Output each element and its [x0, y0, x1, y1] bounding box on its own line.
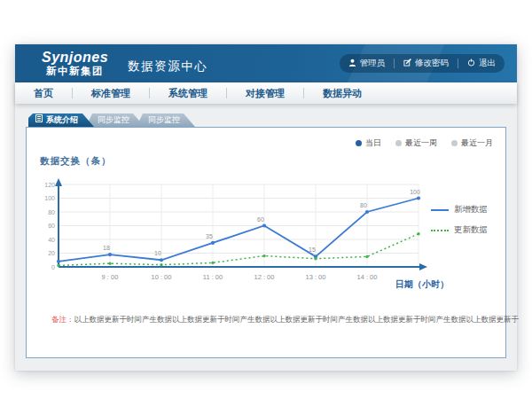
nav-item-standard-mgmt[interactable]: 标准管理	[73, 87, 149, 100]
logout-label: 退出	[479, 58, 496, 69]
user-menu-button[interactable]: 管理员	[340, 58, 395, 69]
logo-text-en: Synjones	[42, 50, 108, 66]
range-option-last-month[interactable]: 最近一月	[451, 137, 493, 149]
svg-text:14 : 00: 14 : 00	[357, 273, 378, 281]
page-title: 数据资源中心	[128, 59, 207, 74]
legend-item-update-data: 更新数据	[431, 224, 488, 236]
main-nav: 首页 标准管理 系统管理 对接管理 数据异动	[15, 82, 517, 104]
content-area: 系统介绍 同步监控 同步监控 当日 最近一周	[15, 104, 517, 358]
svg-text:100: 100	[44, 195, 55, 201]
svg-text:60: 60	[48, 223, 55, 229]
company-logo: Synjones 新中新集团	[42, 50, 108, 78]
document-icon	[35, 113, 43, 127]
radio-dot-icon	[356, 140, 362, 146]
radio-dot-icon	[395, 140, 402, 146]
tab-sync-monitor-1[interactable]: 同步监控	[86, 113, 145, 127]
tab-label: 同步监控	[148, 115, 180, 124]
user-name-label: 管理员	[360, 58, 386, 69]
logout-button[interactable]: 退出	[458, 58, 505, 69]
svg-text:35: 35	[206, 233, 213, 239]
series-legend: 新增数据 更新数据	[431, 204, 488, 245]
svg-text:18: 18	[103, 245, 110, 251]
svg-text:日期（小时）: 日期（小时）	[395, 279, 449, 289]
solid-line-swatch	[431, 209, 449, 211]
radio-dot-icon	[451, 140, 458, 146]
svg-text:10: 10	[154, 250, 161, 256]
nav-item-data-change[interactable]: 数据异动	[304, 87, 380, 100]
app-window: Synjones 新中新集团 数据资源中心 管理员 修改密码	[15, 44, 517, 371]
logo-text-cn: 新中新集团	[42, 66, 108, 77]
tab-sync-monitor-2[interactable]: 同步监控	[137, 113, 195, 127]
note-label: 备注：	[51, 315, 74, 324]
legend-label: 新增数据	[454, 204, 488, 215]
tab-system-intro[interactable]: 系统介绍	[28, 113, 94, 127]
tab-label: 系统介绍	[46, 113, 78, 127]
chart-panel: 当日 最近一周 最近一月 数据交换（条） 0204060801001209 : …	[26, 127, 506, 358]
nav-item-system-mgmt[interactable]: 系统管理	[150, 87, 226, 100]
svg-text:80: 80	[48, 209, 55, 215]
user-toolbar: 管理员 修改密码 退出	[340, 54, 505, 73]
svg-text:80: 80	[360, 202, 367, 208]
tab-label: 同步监控	[98, 115, 129, 124]
power-icon	[467, 59, 475, 68]
nav-item-home[interactable]: 首页	[15, 87, 72, 100]
tab-bar: 系统介绍 同步监控 同步监控	[28, 113, 506, 127]
range-option-last-week[interactable]: 最近一周	[395, 137, 437, 149]
svg-text:120: 120	[44, 182, 55, 188]
range-label: 最近一周	[405, 137, 437, 149]
svg-text:12 : 00: 12 : 00	[254, 273, 275, 281]
svg-text:11 : 00: 11 : 00	[203, 273, 223, 281]
range-option-today[interactable]: 当日	[356, 137, 381, 149]
svg-text:60: 60	[257, 216, 264, 223]
svg-text:13 : 00: 13 : 00	[306, 273, 326, 281]
svg-text:40: 40	[48, 237, 55, 243]
footer-note: 备注：以上数据更新于时间产生数据以上数据更新于时间产生数据以上数据更新于时间产生…	[51, 315, 519, 325]
svg-text:10 : 00: 10 : 00	[152, 273, 172, 281]
y-axis-title: 数据交换（条）	[40, 155, 112, 168]
range-label: 最近一月	[461, 137, 493, 149]
app-header: Synjones 新中新集团 数据资源中心 管理员 修改密码	[15, 44, 517, 82]
range-label: 当日	[365, 137, 381, 149]
dotted-line-swatch	[431, 230, 449, 231]
edit-icon	[403, 59, 411, 68]
nav-item-interface-mgmt[interactable]: 对接管理	[227, 87, 303, 100]
user-icon	[348, 59, 356, 68]
legend-item-new-data: 新增数据	[431, 204, 488, 215]
svg-text:20: 20	[48, 250, 55, 256]
svg-text:15: 15	[309, 246, 316, 253]
note-text: 以上数据更新于时间产生数据以上数据更新于时间产生数据以上数据更新于时间产生数据以…	[74, 315, 520, 324]
change-password-button[interactable]: 修改密码	[395, 58, 458, 69]
change-password-label: 修改密码	[415, 58, 449, 69]
svg-text:100: 100	[410, 189, 420, 195]
legend-label: 更新数据	[454, 224, 488, 236]
svg-text:0: 0	[51, 264, 55, 270]
time-range-selector: 当日 最近一周 最近一月	[356, 137, 493, 149]
svg-text:9 : 00: 9 : 00	[102, 273, 119, 281]
